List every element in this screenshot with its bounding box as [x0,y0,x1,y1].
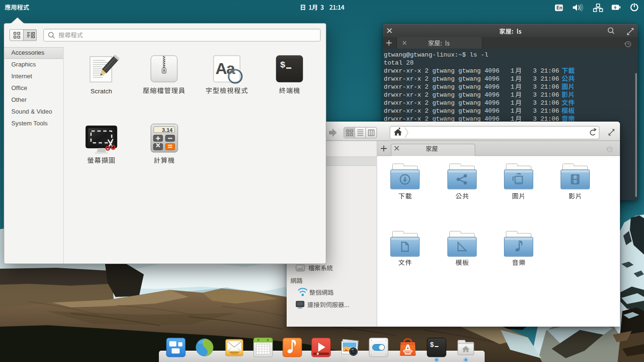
svg-text:3.14: 3.14 [162,127,173,133]
svg-text:A: A [404,343,412,355]
svg-text:$: $ [280,60,285,70]
svg-text:$: $ [430,341,434,349]
svg-text:A: A [215,59,227,77]
